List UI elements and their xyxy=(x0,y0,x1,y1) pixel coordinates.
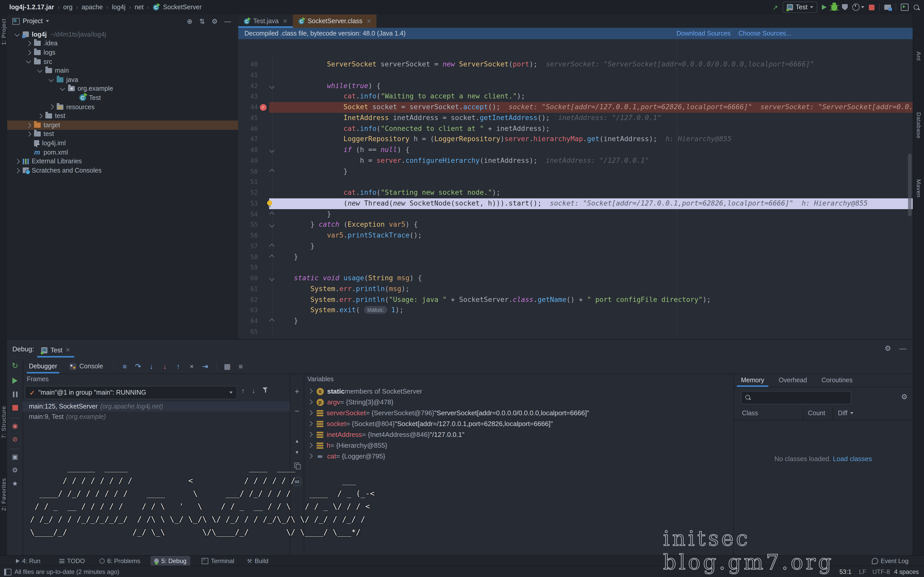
line-number[interactable]: 58 xyxy=(238,251,258,263)
navigate-back-icon[interactable]: ↗ xyxy=(772,4,778,11)
caret-position[interactable]: 53:1 xyxy=(840,568,851,575)
editor-scrollbar[interactable] xyxy=(908,153,912,216)
tab-overhead[interactable]: Overhead xyxy=(771,374,814,387)
line-separator[interactable]: LF xyxy=(859,568,866,575)
line-number[interactable]: 53 xyxy=(238,198,258,209)
project-header[interactable]: Project ⊕ ⇅ ⚙ — xyxy=(7,15,238,28)
load-classes-link[interactable]: Load classes xyxy=(833,455,872,463)
line-number[interactable]: 50 xyxy=(238,166,258,177)
code-line-58[interactable]: 58 } xyxy=(238,251,913,263)
tree-item-java[interactable]: java xyxy=(7,75,238,84)
run-button[interactable] xyxy=(822,5,827,10)
project-structure-icon[interactable] xyxy=(884,5,891,10)
profiler-button[interactable] xyxy=(852,3,864,11)
line-number[interactable]: 64 xyxy=(238,316,258,327)
force-step-into-icon[interactable]: ↓ xyxy=(158,362,172,371)
code-line-61[interactable]: 61 System.err.println(msg); xyxy=(238,284,913,295)
stack-frame-row[interactable]: main:9, Test(org.example) xyxy=(23,412,290,422)
chevron-right-icon[interactable] xyxy=(26,122,31,127)
breadcrumb-item[interactable]: log4j xyxy=(112,3,126,11)
line-number[interactable]: 40 xyxy=(238,59,258,70)
variable-row[interactable]: sstatic members of SocketServer xyxy=(303,386,733,397)
chevron-down-icon[interactable] xyxy=(37,68,42,72)
tree-item-test[interactable]: Test xyxy=(7,93,238,102)
chevron-right-icon[interactable] xyxy=(49,105,53,109)
code-line-50[interactable]: 50 } xyxy=(238,166,913,177)
editor-tab-test-java[interactable]: Test.java✕ xyxy=(238,15,292,28)
variable-row-serverSocket[interactable]: serverSocket = {ServerSocket@796} "Serve… xyxy=(303,408,733,418)
hide-panel-icon[interactable]: — xyxy=(899,344,906,352)
code-line-51[interactable]: 51 xyxy=(238,177,913,188)
variable-row-inetAddress[interactable]: inetAddress = {Inet4Address@846} "/127.0… xyxy=(303,429,733,440)
copy-icon[interactable] xyxy=(290,462,304,470)
chevron-right-icon[interactable] xyxy=(37,114,42,118)
evaluate-expression-icon[interactable]: ▦ xyxy=(221,362,234,371)
resume-icon[interactable] xyxy=(7,378,23,385)
code-line-63[interactable]: 63 System.exit( status: 1); xyxy=(238,305,913,316)
chevron-right-icon[interactable] xyxy=(308,400,312,405)
step-over-icon[interactable]: ↷ xyxy=(131,362,145,371)
code-line-62[interactable]: 62 System.err.println("Usage: java " + S… xyxy=(238,295,913,305)
tree-item--idea[interactable]: .idea xyxy=(7,39,238,48)
run-to-cursor-icon[interactable]: ⇥ xyxy=(199,362,212,371)
code-line-66[interactable]: 66@ static void init(String portStr, Str… xyxy=(238,337,913,339)
tree-item-scratches-and-consoles[interactable]: Scratches and Consoles xyxy=(7,166,238,175)
frame-up-icon[interactable]: ↑ xyxy=(241,387,245,395)
code-line-43[interactable]: 43 cat.info("Waiting to accept a new cli… xyxy=(238,92,913,102)
line-number[interactable]: 55 xyxy=(238,220,258,230)
breadcrumb-item[interactable]: net xyxy=(134,3,144,11)
sidebar-item-structure[interactable]: 7: Structure xyxy=(0,406,7,438)
tree-item-resources[interactable]: resources xyxy=(7,103,238,111)
tree-item-src[interactable]: src xyxy=(7,57,238,66)
fold-marker-icon[interactable] xyxy=(270,244,274,248)
hide-panel-icon[interactable]: — xyxy=(224,17,231,25)
move-up-icon[interactable]: ▲ xyxy=(290,438,304,443)
code-line-45[interactable]: 45 InetAddress inetAddress = socket.getI… xyxy=(238,113,913,124)
sidebar-item-favorites[interactable]: 2: Favorites xyxy=(0,478,7,511)
pause-icon[interactable] xyxy=(7,391,23,399)
tree-item-test[interactable]: test xyxy=(7,111,238,121)
memory-search-input[interactable] xyxy=(741,391,851,405)
tree-item-test[interactable]: test xyxy=(7,130,238,139)
fold-marker-icon[interactable] xyxy=(270,222,274,227)
line-number[interactable]: 65 xyxy=(238,327,258,337)
toolwindow-terminal[interactable]: Terminal xyxy=(198,556,238,566)
remove-watch-icon[interactable]: − xyxy=(290,406,304,415)
chevron-right-icon[interactable] xyxy=(308,389,312,393)
sidebar-item-ant[interactable]: Ant xyxy=(916,52,922,61)
chevron-right-icon[interactable] xyxy=(308,432,312,437)
breakpoint-icon[interactable]: ✓ xyxy=(260,104,267,111)
locate-file-icon[interactable]: ⊕ xyxy=(187,17,192,25)
code-line-40[interactable]: 40 ServerSocket serverSocket = new Serve… xyxy=(238,59,913,70)
chevron-right-icon[interactable] xyxy=(308,454,312,459)
code-line-49[interactable]: 49 h = server.configureHierarchy(inetAdd… xyxy=(238,156,913,166)
download-sources-link[interactable]: Download Sources xyxy=(677,30,731,37)
line-number[interactable]: 60 xyxy=(238,273,258,284)
code-line-53[interactable]: 53 (new Thread(new SocketNode(socket, h)… xyxy=(238,198,913,209)
choose-sources-link[interactable]: Choose Sources... xyxy=(738,30,792,37)
editor-tab-socketserver-class[interactable]: SocketServer.class✕ xyxy=(292,15,376,28)
variable-row-socket[interactable]: socket = {Socket@804} "Socket[addr=/127.… xyxy=(303,418,733,429)
chevron-right-icon[interactable] xyxy=(308,421,312,426)
search-everywhere-icon[interactable] xyxy=(913,4,920,11)
debug-session-tab[interactable]: Test ✕ xyxy=(37,343,74,358)
step-out-icon[interactable]: ↑ xyxy=(172,362,185,371)
line-number[interactable]: 48 xyxy=(238,145,258,156)
fold-marker-icon[interactable] xyxy=(270,276,274,280)
chevron-right-icon[interactable] xyxy=(15,159,19,164)
tree-item-log4j-iml[interactable]: log4j.iml xyxy=(7,139,238,148)
move-down-icon[interactable]: ▼ xyxy=(290,450,304,455)
close-icon[interactable]: ✕ xyxy=(66,347,70,353)
variable-row-h[interactable]: h = {Hierarchy@855} xyxy=(303,440,733,451)
fold-marker-icon[interactable] xyxy=(270,255,274,259)
debug-button[interactable] xyxy=(831,4,837,11)
view-breakpoints-icon[interactable]: ◉ xyxy=(7,422,23,430)
tree-item-pom-xml[interactable]: mpom.xml xyxy=(7,148,238,157)
tree-item-log4j[interactable]: log4j~/d4m1ts/java/log4j xyxy=(7,30,238,39)
chevron-down-icon[interactable] xyxy=(60,86,65,90)
line-number[interactable]: 41 xyxy=(238,70,258,81)
mute-breakpoints-icon[interactable]: ⊘ xyxy=(7,435,23,443)
chevron-down-icon[interactable] xyxy=(49,77,53,81)
code-line-44[interactable]: 44✓ Socket socket = serverSocket.accept(… xyxy=(238,102,913,113)
line-number[interactable]: 54 xyxy=(238,209,258,220)
